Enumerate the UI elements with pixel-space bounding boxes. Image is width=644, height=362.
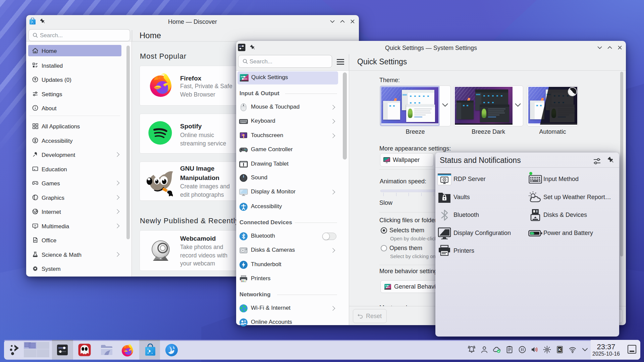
svg-text:K: K: [558, 348, 561, 352]
